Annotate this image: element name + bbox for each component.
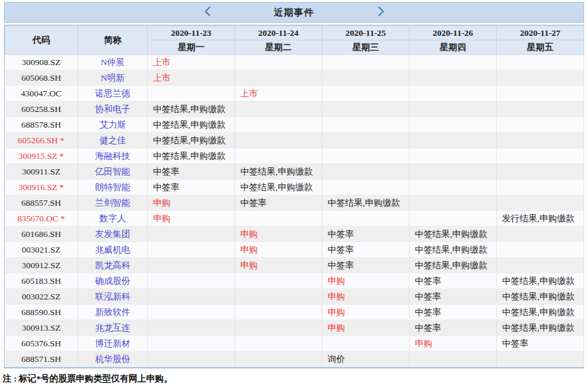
event-cell: 中签结果,申购缴款 [148,117,235,133]
stock-name-link[interactable]: 艾力斯 [78,117,148,133]
stock-name-link[interactable]: 杭华股份 [78,352,148,367]
stock-name-link[interactable]: 博迁新材 [78,336,148,352]
stock-name-link[interactable]: 新致软件 [78,305,148,320]
empty-event-cell [235,352,322,367]
empty-event-cell [322,180,410,195]
empty-event-cell [235,289,322,305]
recent-events-widget: 近期事件 代码 简称 2020-11-232020-11-24202 [4,2,584,385]
empty-event-cell [410,117,497,133]
event-cell: 中签率 [235,195,322,211]
empty-event-cell [235,133,322,148]
empty-event-cell [497,70,584,86]
event-cell: 中签率 [322,227,410,242]
stock-code: 605258.SH [5,102,78,117]
empty-event-cell [322,55,410,70]
stock-code: 300908.SZ [5,55,78,70]
empty-event-cell [148,242,235,258]
stock-name-link[interactable]: 凯龙高科 [78,258,148,273]
empty-event-cell [322,70,410,86]
stock-code: 605376.SH [5,336,78,352]
event-cell: 申购 [148,195,235,211]
table-row: 688590.SH新致软件申购中签率中签结果,申购缴款 [5,305,584,320]
empty-event-cell [235,102,322,117]
empty-event-cell [497,102,584,117]
weekday-header: 星期一 [148,40,235,55]
table-row: 835670.OC *数字人申购发行结果,申购缴款 [5,211,584,227]
empty-event-cell [410,133,497,148]
stock-code: 605266.SH * [5,133,78,148]
event-cell: 中签率 [410,273,497,289]
table-row: 430047.OC诺思兰德上市 [5,86,584,102]
empty-event-cell [148,273,235,289]
prev-button[interactable] [203,7,212,18]
date-column-header: 2020-11-25 [322,26,410,40]
stock-name-link[interactable]: 数字人 [78,211,148,227]
stock-name-link[interactable]: 友发集团 [78,227,148,242]
empty-event-cell [322,117,410,133]
event-cell: 中签结果,申购缴款 [497,305,584,320]
empty-event-cell [410,211,497,227]
stock-name-link[interactable]: 诺思兰德 [78,86,148,102]
empty-event-cell [497,180,584,195]
event-cell: 中签结果,申购缴款 [410,242,497,258]
stock-name-link[interactable]: N仲景 [78,55,148,70]
event-cell: 中签结果,申购缴款 [410,258,497,273]
table-row: 300908.SZN仲景上市 [5,55,584,70]
event-cell: 上市 [148,55,235,70]
empty-event-cell [322,336,410,352]
event-cell: 中签率 [410,305,497,320]
event-cell: 发行结果,申购缴款 [497,211,584,227]
chevron-right-icon [378,6,385,19]
event-cell: 申购 [322,305,410,320]
empty-event-cell [497,258,584,273]
empty-event-cell [235,273,322,289]
event-cell: 申购 [322,289,410,305]
empty-event-cell [497,55,584,70]
table-row: 688557.SH兰剑智能申购中签率中签结果,申购缴款 [5,195,584,211]
empty-event-cell [235,320,322,336]
next-button[interactable] [377,7,386,18]
stock-name-link[interactable]: 朗特智能 [78,180,148,195]
empty-event-cell [148,289,235,305]
table-row: 605183.SH确成股份申购中签率中签结果,申购缴款 [5,273,584,289]
empty-event-cell [148,258,235,273]
stock-code: 003022.SZ [5,289,78,305]
empty-event-cell [410,195,497,211]
empty-event-cell [235,70,322,86]
stock-name-link[interactable]: 兆龙互连 [78,320,148,336]
empty-event-cell [497,227,584,242]
stock-name-link[interactable]: 确成股份 [78,273,148,289]
date-column-header: 2020-11-26 [410,26,497,40]
empty-event-cell [322,102,410,117]
event-cell: 申购 [322,320,410,336]
stock-name-link[interactable]: 亿田智能 [78,164,148,180]
event-cell: 申购 [235,227,322,242]
table-row: 605258.SH协和电子中签结果,申购缴款 [5,102,584,117]
stock-name-link[interactable]: 兰剑智能 [78,195,148,211]
event-cell: 中签率 [148,164,235,180]
empty-event-cell [322,133,410,148]
stock-name-link[interactable]: 协和电子 [78,102,148,117]
stock-name-link[interactable]: 海融科技 [78,148,148,164]
stock-name-link[interactable]: 联泓新科 [78,289,148,305]
empty-event-cell [497,164,584,180]
stock-code: 430047.OC [5,86,78,102]
event-cell: 中签结果,申购缴款 [497,320,584,336]
event-cell: 申购 [322,273,410,289]
table-row: 688571.SH杭华股份询价 [5,352,584,367]
footnote: 注 : 标记*号的股票申购类型仅有网上申购。 [3,373,584,385]
table-row: 300912.SZ凯龙高科申购中签率中签结果,申购缴款 [5,258,584,273]
empty-event-cell [235,148,322,164]
empty-event-cell [410,148,497,164]
event-cell: 中签结果,申购缴款 [497,273,584,289]
empty-event-cell [235,117,322,133]
stock-name-link[interactable]: 兆威机电 [78,242,148,258]
empty-event-cell [322,86,410,102]
stock-name-link[interactable]: 健之佳 [78,133,148,148]
stock-name-link[interactable]: N明新 [78,70,148,86]
empty-event-cell [148,305,235,320]
empty-event-cell [410,180,497,195]
empty-event-cell [148,336,235,352]
name-column-header: 简称 [78,26,148,55]
empty-event-cell [497,86,584,102]
